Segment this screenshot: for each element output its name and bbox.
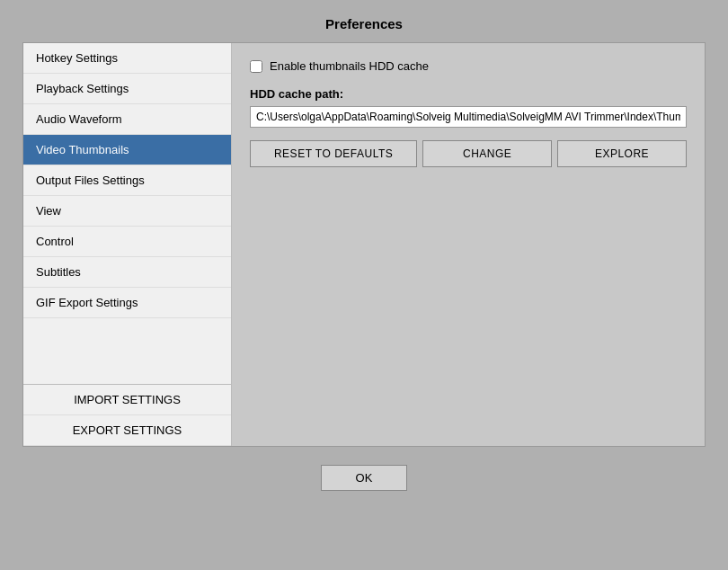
sidebar-item-control[interactable]: Control [23,227,231,257]
page-title: Preferences [0,0,728,42]
enable-thumbnails-row: Enable thumbnails HDD cache [250,59,687,73]
change-button[interactable]: CHANGE [422,140,552,167]
reset-to-defaults-button[interactable]: RESET TO DEFAULTS [250,140,417,167]
sidebar-item-gif-export-settings[interactable]: GIF Export Settings [23,288,231,318]
content-area: Enable thumbnails HDD cache HDD cache pa… [232,43,705,446]
sidebar: Hotkey SettingsPlayback SettingsAudio Wa… [23,43,232,446]
sidebar-bottom: IMPORT SETTINGS EXPORT SETTINGS [23,384,231,446]
sidebar-item-hotkey-settings[interactable]: Hotkey Settings [23,43,231,74]
sidebar-item-view[interactable]: View [23,196,231,227]
ok-button[interactable]: OK [321,465,408,491]
sidebar-item-subtitles[interactable]: Subtitles [23,257,231,288]
hdd-path-input[interactable] [250,106,687,128]
enable-thumbnails-label: Enable thumbnails HDD cache [270,59,429,73]
import-settings-button[interactable]: IMPORT SETTINGS [23,385,231,415]
action-buttons-row: RESET TO DEFAULTS CHANGE EXPLORE [250,140,687,167]
enable-thumbnails-checkbox[interactable] [250,60,262,73]
sidebar-item-video-thumbnails[interactable]: Video Thumbnails [23,135,231,165]
export-settings-button[interactable]: EXPORT SETTINGS [23,415,231,446]
sidebar-item-output-files-settings[interactable]: Output Files Settings [23,165,231,196]
sidebar-item-playback-settings[interactable]: Playback Settings [23,74,231,104]
hdd-cache-label: HDD cache path: [250,87,687,101]
explore-button[interactable]: EXPLORE [557,140,687,167]
footer: OK [0,447,728,500]
sidebar-item-audio-waveform[interactable]: Audio Waveform [23,104,231,135]
